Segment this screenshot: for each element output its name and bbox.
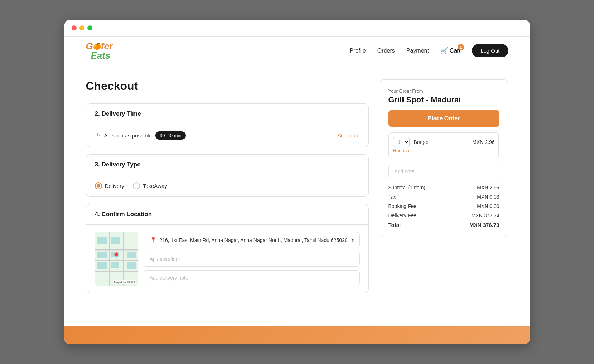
nav-profile[interactable]: Profile bbox=[349, 48, 366, 54]
nav-links: Profile Orders Payment 🛒 Cart 1 Log Out bbox=[349, 44, 508, 57]
delivery-time-section: 2. Delivery Time ⏱ As soon as possible 3… bbox=[86, 103, 369, 147]
address-input[interactable] bbox=[160, 237, 354, 243]
tax-value: MXN 0.03 bbox=[477, 194, 499, 200]
map-attribution: Map data ©2021 bbox=[113, 280, 136, 284]
item-remove-row: Remove bbox=[393, 147, 495, 154]
delivery-fee-row: Delivery Fee MXN 373.74 bbox=[388, 213, 499, 218]
delivery-note-input[interactable] bbox=[150, 275, 354, 281]
tax-label: Tax bbox=[388, 194, 396, 200]
schedule-link[interactable]: Schedule bbox=[337, 132, 360, 139]
logo-ofer: fer bbox=[101, 42, 113, 51]
booking-fee-row: Booking Fee MXN 0.00 bbox=[388, 203, 499, 209]
delivery-type-header: 3. Delivery Type bbox=[86, 155, 368, 175]
map-inner: 📍 Map data ©2021 bbox=[95, 232, 138, 286]
svg-rect-10 bbox=[127, 252, 136, 258]
map-placeholder: 📍 Map data ©2021 bbox=[95, 232, 138, 286]
titlebar bbox=[64, 20, 530, 37]
apt-field[interactable] bbox=[144, 252, 360, 267]
footer-bar bbox=[64, 326, 530, 344]
quantity-select[interactable]: 1 2 3 bbox=[393, 137, 410, 147]
delivery-time-header: 2. Delivery Time bbox=[86, 104, 368, 124]
logo-eats: Eats bbox=[91, 51, 111, 60]
subtotal-value: MXN 2.96 bbox=[477, 185, 499, 190]
remove-link[interactable]: Remove bbox=[393, 148, 410, 153]
confirm-location-body: 📍 Map data ©2021 📍 bbox=[86, 225, 368, 293]
logo-g: G bbox=[86, 42, 93, 51]
svg-rect-12 bbox=[111, 262, 119, 268]
subtotal-row: Subtotal (1 Item) MXN 2.96 bbox=[388, 185, 499, 190]
order-item-row: 1 2 3 Burger MXN 2.96 bbox=[393, 137, 495, 147]
apt-input[interactable] bbox=[150, 256, 354, 262]
total-label: Total bbox=[388, 222, 401, 228]
delivery-type-section: 3. Delivery Type Delivery Tak bbox=[86, 154, 369, 197]
restaurant-name: Grill Spot - Madurai bbox=[388, 95, 499, 105]
nav-orders[interactable]: Orders bbox=[377, 48, 395, 54]
main-container: G🍊fer Eats Profile Orders Payment 🛒 Cart… bbox=[64, 37, 530, 344]
maximize-dot[interactable] bbox=[87, 25, 92, 30]
cart-icon: 🛒 bbox=[440, 47, 448, 55]
place-order-button[interactable]: Place Order bbox=[388, 110, 499, 127]
add-note-input[interactable] bbox=[388, 164, 499, 179]
cart-link[interactable]: 🛒 Cart 1 bbox=[440, 47, 460, 55]
delivery-label: Delivery bbox=[105, 183, 124, 189]
logout-button[interactable]: Log Out bbox=[472, 44, 508, 57]
svg-rect-7 bbox=[111, 237, 120, 244]
location-fields: 📍 bbox=[144, 232, 360, 286]
delivery-fee-label: Delivery Fee bbox=[388, 213, 417, 218]
logo-fruit-icon: 🍊 bbox=[93, 43, 101, 49]
page-title: Checkout bbox=[86, 79, 369, 93]
location-content: 📍 Map data ©2021 📍 bbox=[95, 232, 360, 286]
summary-rows: Subtotal (1 Item) MXN 2.96 Tax MXN 0.03 … bbox=[388, 185, 499, 228]
total-value: MXN 376.73 bbox=[469, 222, 499, 228]
map-pin: 📍 bbox=[112, 252, 121, 261]
order-items: 1 2 3 Burger MXN 2.96 Remove bbox=[388, 132, 499, 158]
delivery-note-field[interactable] bbox=[144, 270, 360, 285]
cart-badge: 1 bbox=[458, 44, 464, 50]
scroll-indicator bbox=[498, 133, 499, 158]
item-name: Burger bbox=[414, 139, 468, 145]
svg-rect-6 bbox=[97, 237, 107, 244]
logo: G🍊fer Eats bbox=[86, 42, 113, 60]
takeaway-radio[interactable] bbox=[133, 182, 140, 189]
delivery-time-left: ⏱ As soon as possible 30–40 min bbox=[95, 131, 186, 140]
delivery-type-body: Delivery TakeAway bbox=[86, 175, 368, 196]
nav-payment[interactable]: Payment bbox=[406, 48, 429, 54]
order-from-label: Your Order From bbox=[388, 88, 499, 94]
delivery-fee-value: MXN 373.74 bbox=[472, 213, 499, 218]
tax-row: Tax MXN 0.03 bbox=[388, 194, 499, 200]
delivery-time-row: ⏱ As soon as possible 30–40 min Schedule bbox=[95, 131, 360, 140]
item-price: MXN 2.96 bbox=[472, 139, 494, 145]
address-field[interactable]: 📍 bbox=[144, 232, 360, 248]
close-dot[interactable] bbox=[72, 25, 77, 30]
svg-rect-13 bbox=[127, 262, 136, 269]
logo-wrapper: G🍊fer Eats bbox=[86, 42, 113, 60]
left-column: Checkout 2. Delivery Time ⏱ As soon as p… bbox=[86, 79, 369, 300]
subtotal-label: Subtotal (1 Item) bbox=[388, 185, 426, 190]
app-window: G🍊fer Eats Profile Orders Payment 🛒 Cart… bbox=[64, 20, 530, 344]
booking-fee-value: MXN 0.00 bbox=[477, 203, 499, 209]
delivery-option[interactable]: Delivery bbox=[95, 182, 124, 189]
takeaway-option[interactable]: TakeAway bbox=[133, 182, 167, 189]
confirm-location-section: 4. Confirm Location bbox=[86, 204, 369, 293]
navbar: G🍊fer Eats Profile Orders Payment 🛒 Cart… bbox=[64, 37, 530, 65]
delivery-type-row: Delivery TakeAway bbox=[95, 182, 360, 189]
minimize-dot[interactable] bbox=[79, 25, 84, 30]
page-content: Checkout 2. Delivery Time ⏱ As soon as p… bbox=[64, 65, 530, 315]
confirm-location-header: 4. Confirm Location bbox=[86, 204, 368, 225]
delivery-radio[interactable] bbox=[95, 182, 102, 189]
svg-rect-11 bbox=[97, 262, 107, 269]
right-column: Your Order From Grill Spot - Madurai Pla… bbox=[380, 79, 508, 300]
takeaway-label: TakeAway bbox=[143, 183, 167, 189]
pin-icon: 📍 bbox=[150, 237, 157, 243]
delivery-time-body: ⏱ As soon as possible 30–40 min Schedule bbox=[86, 124, 368, 147]
clock-icon: ⏱ bbox=[95, 132, 101, 139]
booking-fee-label: Booking Fee bbox=[388, 203, 417, 209]
order-summary: Your Order From Grill Spot - Madurai Pla… bbox=[380, 79, 508, 237]
delivery-radio-inner bbox=[97, 184, 100, 188]
asap-text: As soon as possible bbox=[104, 132, 152, 139]
svg-rect-8 bbox=[97, 252, 107, 258]
time-badge: 30–40 min bbox=[155, 131, 186, 140]
total-row: Total MXN 376.73 bbox=[388, 222, 499, 228]
logo-line1: G🍊fer bbox=[86, 42, 113, 51]
